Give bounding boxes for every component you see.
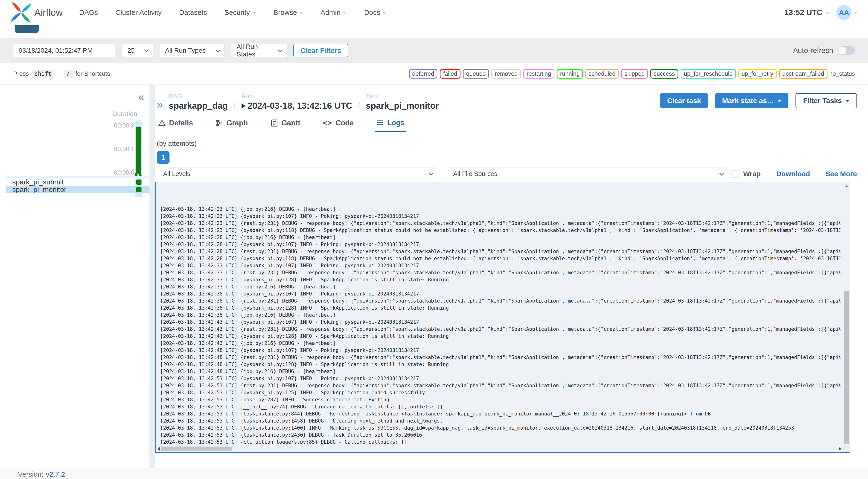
task-instance-square-success[interactable] bbox=[136, 180, 142, 185]
chevron-down-icon bbox=[252, 12, 256, 14]
breadcrumb-separator: / bbox=[358, 100, 360, 111]
tab-graph[interactable]: Graph bbox=[214, 118, 249, 132]
tab-code[interactable]: <> Code bbox=[321, 118, 355, 132]
avatar[interactable]: AA bbox=[836, 5, 851, 20]
scrolled-grid-button-partial[interactable] bbox=[14, 25, 39, 33]
base-date-input[interactable] bbox=[13, 44, 115, 57]
file-source-select[interactable]: All File Sources bbox=[447, 167, 728, 180]
log-line: [2024-03-18, 13:42:28 UTC] {job.py:216} … bbox=[160, 234, 840, 241]
panel-resize-handle[interactable] bbox=[150, 85, 155, 468]
log-output-panel[interactable]: [2024-03-18, 13:42:23 UTC] {job.py:216} … bbox=[155, 182, 850, 453]
tab-logs[interactable]: Logs bbox=[375, 118, 406, 132]
breadcrumb: » DAG sparkapp_dag / Run 2024-03-18, 13:… bbox=[157, 93, 439, 111]
clear-task-button[interactable]: Clear task bbox=[660, 93, 708, 108]
chevron-down-icon bbox=[854, 12, 858, 14]
run-link[interactable]: 2024-03-18, 13:42:16 UTC bbox=[242, 101, 352, 111]
clock-timezone-selector[interactable]: 13:52 UTC bbox=[784, 8, 830, 17]
log-line: [2024-03-18, 13:42:53 UTC] {cli_action_l… bbox=[160, 439, 840, 444]
state-badge: up_for_retry bbox=[738, 69, 777, 78]
wrap-checkbox[interactable] bbox=[732, 170, 739, 178]
detail-tabs: Details Graph Gantt <> Code Logs bbox=[157, 118, 857, 132]
download-log-link[interactable]: Download bbox=[776, 170, 810, 178]
log-line: [2024-03-18, 13:42:38 UTC] {pyspark_pi.p… bbox=[160, 290, 840, 297]
state-badge: running bbox=[557, 69, 583, 78]
auto-refresh-toggle[interactable] bbox=[838, 46, 855, 55]
task-label: Task bbox=[366, 93, 439, 100]
version-link[interactable]: v2.7.2 bbox=[46, 470, 65, 478]
nav-item-browse[interactable]: Browse bbox=[274, 8, 303, 17]
vertical-scrollbar[interactable] bbox=[843, 183, 849, 446]
airflow-pinwheel-logo-icon bbox=[10, 2, 32, 23]
shift-key: shift bbox=[32, 70, 54, 78]
horizontal-scrollbar-thumb[interactable] bbox=[161, 447, 231, 451]
horizontal-scrollbar[interactable] bbox=[156, 446, 843, 452]
task-row-spark-pi-monitor[interactable]: spark_pi_monitor bbox=[6, 186, 150, 193]
mark-state-as-button[interactable]: Mark state as… bbox=[715, 93, 788, 108]
duration-axis-label: Duration bbox=[112, 110, 137, 118]
log-line: [2024-03-18, 13:42:53 UTC] {taskinstance… bbox=[160, 432, 840, 439]
dag-link[interactable]: sparkapp_dag bbox=[169, 101, 228, 111]
filter-tasks-button[interactable]: Filter Tasks bbox=[796, 93, 857, 108]
nav-item-dags[interactable]: DAGs bbox=[79, 8, 98, 17]
breadcrumb-task: Task spark_pi_monitor bbox=[366, 93, 439, 111]
scroll-right-arrow-icon[interactable] bbox=[839, 447, 841, 451]
task-row-spark-pi-submit[interactable]: spark_pi_submit bbox=[6, 178, 150, 186]
auto-refresh-label: Auto-refresh bbox=[793, 46, 833, 55]
version-label: Version: bbox=[18, 470, 43, 478]
nav-item-admin[interactable]: Admin bbox=[321, 8, 347, 17]
see-more-link[interactable]: See More bbox=[826, 170, 857, 178]
log-line: [2024-03-18, 13:42:43 UTC] {pyspark_pi.p… bbox=[160, 333, 840, 340]
collapse-panel-icon[interactable]: « bbox=[138, 91, 144, 102]
chevron-down-icon bbox=[299, 12, 303, 14]
gantt-chart-icon bbox=[271, 119, 278, 127]
task-link[interactable]: spark_pi_monitor bbox=[366, 101, 439, 111]
nav-item-docs[interactable]: Docs bbox=[364, 8, 386, 17]
nav-item-security[interactable]: Security bbox=[224, 8, 256, 17]
log-line: [2024-03-18, 13:42:43 UTC] {pyspark_pi.p… bbox=[160, 319, 840, 326]
task-name: spark_pi_monitor bbox=[12, 186, 66, 194]
chevron-down-icon bbox=[846, 100, 849, 102]
grid-panel: « Duration 00:00:37 00:00:18 00:00:00 sp… bbox=[6, 85, 150, 468]
tab-details[interactable]: Details bbox=[157, 118, 194, 132]
airflow-brand[interactable]: Airflow bbox=[10, 2, 63, 23]
scrollbar-corner bbox=[843, 446, 849, 452]
run-states-select[interactable]: All Run States bbox=[231, 44, 287, 57]
task-instance-square-success[interactable] bbox=[136, 187, 142, 192]
log-line: [2024-03-18, 13:42:53 UTC] {rest.py:231}… bbox=[160, 382, 840, 389]
log-level-select[interactable]: All Levels bbox=[157, 167, 437, 180]
top-navbar: Airflow DAGs Cluster Activity Datasets S… bbox=[0, 0, 868, 25]
task-details-panel: » DAG sparkapp_dag / Run 2024-03-18, 13:… bbox=[155, 85, 868, 468]
footer: Version: v2.7.2 bbox=[0, 468, 868, 479]
legend-bar: Press shift + / for Shortcuts deferred f… bbox=[0, 63, 868, 85]
log-line: [2024-03-18, 13:42:23 UTC] {rest.py:231}… bbox=[160, 220, 840, 227]
manual-run-icon bbox=[242, 103, 245, 108]
nav-items: DAGs Cluster Activity Datasets Security … bbox=[79, 8, 386, 17]
scroll-down-arrow-icon[interactable] bbox=[845, 442, 848, 444]
tab-gantt[interactable]: Gantt bbox=[269, 118, 302, 132]
log-line: [2024-03-18, 13:42:33 UTC] {rest.py:231}… bbox=[160, 269, 840, 276]
attempt-1-button[interactable]: 1 bbox=[157, 151, 169, 164]
double-chevron-right-icon[interactable]: » bbox=[157, 99, 163, 111]
toggle-knob bbox=[839, 47, 846, 54]
state-badge: restarting bbox=[523, 69, 554, 78]
duration-tick: 00:00:00 bbox=[114, 169, 138, 176]
scroll-left-arrow-icon[interactable] bbox=[157, 447, 160, 451]
user-menu[interactable]: AA bbox=[836, 5, 858, 20]
nav-item-cluster-activity[interactable]: Cluster Activity bbox=[115, 8, 162, 17]
scroll-up-arrow-icon[interactable] bbox=[845, 185, 848, 187]
log-line: [2024-03-18, 13:42:38 UTC] {pyspark_pi.p… bbox=[160, 305, 840, 312]
wrap-toggle[interactable]: Wrap bbox=[732, 170, 761, 178]
content-area: « Duration 00:00:37 00:00:18 00:00:00 sp… bbox=[0, 85, 868, 468]
dag-run-duration-bar[interactable] bbox=[135, 127, 141, 177]
chevron-down-icon bbox=[826, 12, 830, 14]
clear-filters-button[interactable]: Clear Filters bbox=[293, 44, 348, 57]
vertical-scrollbar-thumb[interactable] bbox=[844, 291, 849, 444]
state-badge: upstream_failed bbox=[779, 69, 828, 78]
run-types-select[interactable]: All Run Types bbox=[160, 44, 225, 57]
log-line: [2024-03-18, 13:42:43 UTC] {rest.py:231}… bbox=[160, 326, 840, 333]
page-size-select[interactable]: 25 bbox=[122, 44, 153, 57]
log-line: [2024-03-18, 13:42:53 UTC] {taskinstance… bbox=[160, 417, 840, 424]
log-line: [2024-03-18, 13:42:53 UTC] {pyspark_pi.p… bbox=[160, 389, 840, 396]
log-line: [2024-03-18, 13:42:48 UTC] {pyspark_pi.p… bbox=[160, 347, 840, 354]
nav-item-datasets[interactable]: Datasets bbox=[179, 8, 207, 17]
